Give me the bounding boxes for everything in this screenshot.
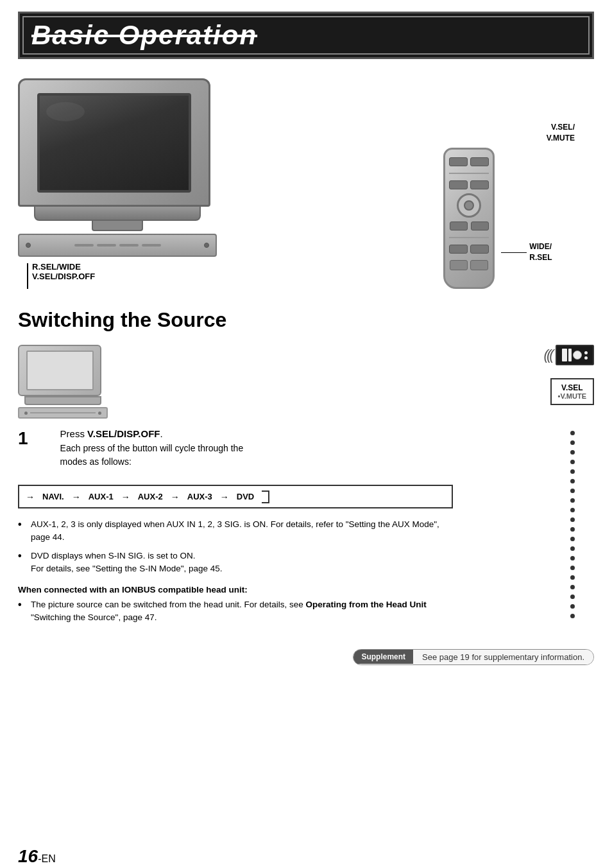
sound-wave-btn: ((( <box>544 345 594 365</box>
dot-9 <box>570 508 575 512</box>
page-number: 16-EN <box>18 846 56 867</box>
page-header: Basic Operation <box>18 12 594 59</box>
remote-small-btn-2 <box>471 221 489 230</box>
dot-2 <box>570 440 575 445</box>
remote-mid-buttons <box>449 180 489 189</box>
dot-10 <box>570 517 575 522</box>
bullet-item-2: • DVD displays when S-IN SIG. is set to … <box>18 550 453 576</box>
wave-symbol: ((( <box>544 347 553 363</box>
step-number: 1 <box>18 430 28 447</box>
mode-arrow-4: → <box>217 492 232 502</box>
ionbus-section: When connected with an IONBUS compatible… <box>18 585 453 625</box>
remote-body <box>443 148 495 289</box>
dot-13 <box>570 546 575 551</box>
tv-screen <box>37 93 191 193</box>
step-right: ((( V.SEL <box>466 345 594 630</box>
page-num-suffix: -EN <box>38 853 56 864</box>
bullet-text-1: AUX-1, 2, 3 is only displayed when AUX I… <box>31 518 453 544</box>
remote-btn-1 <box>449 157 468 166</box>
ionbus-bullet-text: The picture source can be switched from … <box>31 598 453 625</box>
dot-18 <box>570 595 575 599</box>
dot-14 <box>570 556 575 560</box>
btn-circle <box>573 351 582 360</box>
dot-1 <box>570 431 575 435</box>
btn-dot-2 <box>584 356 588 360</box>
step-action-bold: V.SEL/DISP.OFF <box>87 428 160 439</box>
ionbus-bullet: • The picture source can be switched fro… <box>18 598 453 625</box>
remote-circle-nav <box>457 193 481 218</box>
remote-top-buttons <box>449 157 489 166</box>
step-left: 1 Press V.SEL/DISP.OFF. Each press of th… <box>18 345 453 630</box>
flow-arrow-return <box>262 490 269 503</box>
dot-15 <box>570 566 575 570</box>
remote-label-wide: WIDE/R.SEL <box>529 241 552 263</box>
remote-btn-5 <box>449 245 468 254</box>
small-tv-base <box>24 396 101 405</box>
bullet-dot-2: • <box>18 548 27 564</box>
mode-aux2: AUX-2 <box>133 490 168 503</box>
ionbus-bullet-dot: • <box>18 597 27 612</box>
dot-11 <box>570 527 575 532</box>
step-action-prefix: Press <box>60 428 88 439</box>
step-desc: Each press of the button will cycle thro… <box>60 442 244 469</box>
remote-label-vsel: V.SEL/V.MUTE <box>547 122 575 144</box>
remote-small-btns <box>449 221 489 230</box>
top-illustrations: R.SEL/WIDE V.SEL/DISP.OFF V.SEL/V.MUTE <box>18 78 594 295</box>
bullet-text-2: DVD displays when S-IN SIG. is set to ON… <box>31 550 223 576</box>
tv-label-vsel: V.SEL/DISP.OFF <box>32 272 95 281</box>
tv-button-eject <box>204 243 209 248</box>
dot-7 <box>570 489 575 493</box>
mode-arrow-2: → <box>119 492 133 502</box>
dot-3 <box>570 450 575 455</box>
dot-16 <box>570 575 575 580</box>
tv-stand <box>92 221 143 231</box>
btn-dot-1 <box>584 351 588 354</box>
page-title: Basic Operation <box>31 20 581 51</box>
small-tv-illustration <box>18 345 108 419</box>
remote-small-btn-1 <box>450 221 468 230</box>
small-tv-dot <box>24 412 28 415</box>
vsel-btn-line2: •V.MUTE <box>558 392 586 400</box>
remote-btn-6 <box>470 245 489 254</box>
bullet-section: • AUX-1, 2, 3 is only displayed when AUX… <box>18 518 453 575</box>
dot-6 <box>570 479 575 483</box>
supplement-text: See page 19 for supplementary informatio… <box>413 650 593 664</box>
btn-display <box>556 345 594 365</box>
mode-dvd: DVD <box>232 490 259 503</box>
section-title: Switching the Source <box>18 308 594 332</box>
sound-button-area: ((( <box>544 345 594 365</box>
tv-button-power <box>26 243 31 248</box>
bullet-item-1: • AUX-1, 2, 3 is only displayed when AUX… <box>18 518 453 544</box>
dot-17 <box>570 585 575 589</box>
mode-aux3: AUX-3 <box>182 490 217 503</box>
remote-btn-4 <box>470 180 489 189</box>
remote-btn-2 <box>470 157 489 166</box>
mode-flow: → NAVI. → AUX-1 → AUX-2 → AUX-3 → DVD <box>18 485 453 508</box>
dot-8 <box>570 498 575 503</box>
btn-bar-1 <box>562 349 567 361</box>
ionbus-title: When connected with an IONBUS compatible… <box>18 585 453 595</box>
small-tv-line <box>30 412 96 413</box>
bullet-dot-1: • <box>18 517 27 532</box>
tv-label-rsel: R.SEL/WIDE <box>32 262 95 272</box>
step-action: Press V.SEL/DISP.OFF. <box>60 428 244 439</box>
flow-arrow-start: → <box>26 492 35 502</box>
tv-base <box>34 207 201 221</box>
mode-aux1: AUX-1 <box>83 490 119 503</box>
dot-12 <box>570 537 575 541</box>
mode-navi: NAVI. <box>37 490 69 503</box>
step-action-suffix: . <box>160 428 162 439</box>
supplement-tag: Supplement <box>353 650 413 664</box>
mode-arrow-3: → <box>168 492 182 502</box>
vsel-btn-line1: V.SEL <box>558 383 586 392</box>
step-section: 1 Press V.SEL/DISP.OFF. Each press of th… <box>18 345 594 630</box>
dot-20 <box>570 614 575 618</box>
step-content: Press V.SEL/DISP.OFF. Each press of the … <box>60 428 244 478</box>
small-tv-bottom-panel <box>18 407 108 419</box>
vsel-button-label: V.SEL •V.MUTE <box>550 378 594 405</box>
mode-arrow-1: → <box>69 492 83 502</box>
dot-5 <box>570 469 575 474</box>
remote-bottom-buttons <box>449 245 489 254</box>
btn-bar-2 <box>568 349 572 361</box>
tv-body <box>18 78 210 207</box>
